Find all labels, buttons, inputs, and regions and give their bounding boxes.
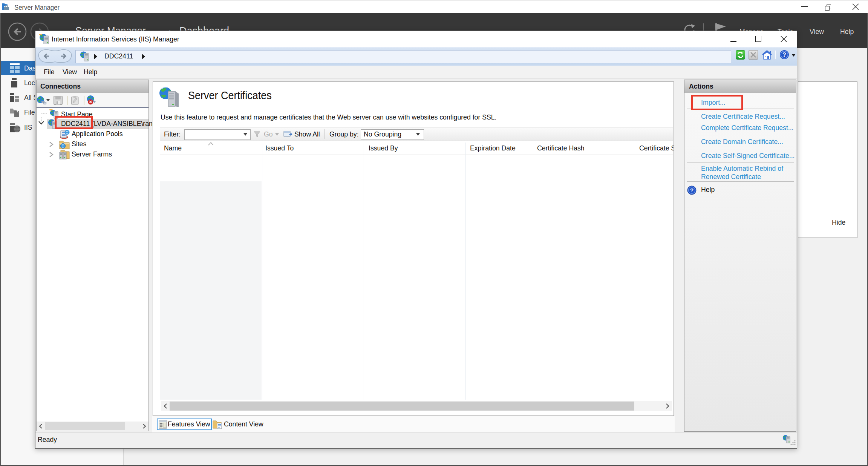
svg-text:?: ? <box>782 52 786 58</box>
svg-text:?: ? <box>690 187 693 193</box>
